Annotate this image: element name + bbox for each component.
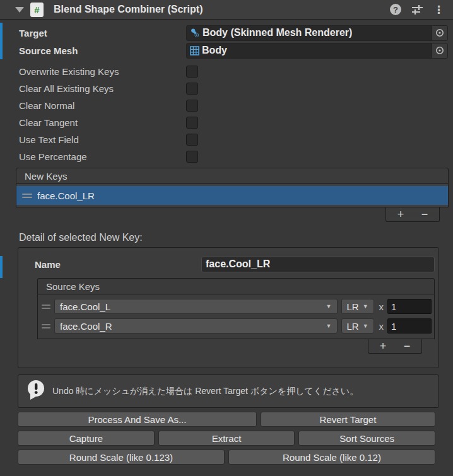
source-key-dropdown[interactable]: face.Cool_R ▼ — [54, 318, 338, 334]
detail-section-label: Detail of selected New Key: — [19, 232, 453, 243]
use-text-field-checkbox[interactable] — [186, 134, 198, 146]
capture-button[interactable]: Capture — [18, 431, 155, 446]
process-and-save-as-button[interactable]: Process And Save As... — [18, 412, 257, 427]
inspector-panel: # Blend Shape Combiner (Script) ? ⋮ Targ… — [0, 0, 453, 476]
new-keys-header: New Keys — [16, 168, 449, 184]
add-new-key-button[interactable]: + — [391, 209, 410, 220]
multiplier-label: x — [379, 321, 384, 332]
mode-value: LR — [347, 301, 359, 312]
foldout-arrow-icon[interactable] — [15, 7, 24, 13]
presets-icon[interactable] — [411, 4, 423, 15]
source-key-value: face.Cool_L — [60, 301, 110, 312]
round-scale-123-button[interactable]: Round Scale (like 0.123) — [18, 450, 225, 465]
checkbox-label: Clear All Existing Keys — [19, 83, 186, 94]
source-mesh-value: Body — [202, 45, 432, 56]
mode-dropdown[interactable]: LR ▼ — [341, 318, 374, 334]
help-icon[interactable]: ? — [390, 4, 401, 15]
skinned-mesh-renderer-icon — [190, 28, 200, 38]
source-mesh-object-field[interactable]: Body — [186, 43, 448, 59]
target-object-field[interactable]: Body (Skinned Mesh Renderer) — [186, 25, 448, 41]
component-title: Blend Shape Combiner (Script) — [54, 4, 390, 15]
source-keys-header: Source Keys — [37, 278, 435, 294]
target-label: Target — [19, 28, 186, 38]
chevron-down-icon: ▼ — [326, 303, 332, 310]
new-key-list-item[interactable]: face.Cool_LR — [16, 186, 448, 205]
source-key-value: face.Cool_R — [60, 321, 112, 332]
use-percentage-checkbox[interactable] — [186, 151, 198, 163]
source-key-row: face.Cool_R ▼ LR ▼ x 1 — [40, 318, 432, 334]
clear-normal-checkbox[interactable] — [186, 100, 198, 112]
help-text: Undo 時にメッシュが消えた場合は Revert Target ボタンを押して… — [52, 386, 358, 397]
object-picker-icon — [435, 46, 444, 55]
prefab-override-bar — [0, 23, 3, 59]
checkbox-label: Clear Normal — [19, 100, 186, 111]
drag-handle-icon[interactable] — [22, 194, 32, 198]
chevron-down-icon: ▼ — [363, 303, 368, 310]
source-key-dropdown[interactable]: face.Cool_L ▼ — [54, 299, 338, 314]
overwrite-existing-keys-checkbox[interactable] — [186, 66, 198, 78]
chevron-down-icon: ▼ — [363, 323, 368, 329]
mode-dropdown[interactable]: LR ▼ — [341, 299, 374, 314]
object-picker-icon — [435, 28, 444, 37]
target-value: Body (Skinned Mesh Renderer) — [203, 27, 432, 38]
round-scale-12-button[interactable]: Round Scale (like 0.12) — [228, 450, 435, 465]
script-icon: # — [30, 3, 44, 17]
new-keys-list: New Keys face.Cool_LR + − — [16, 168, 449, 222]
target-object-picker-button[interactable] — [432, 26, 447, 40]
drag-handle-icon[interactable] — [42, 305, 50, 309]
drag-handle-icon[interactable] — [42, 324, 50, 328]
checkbox-label: Use Percentage — [19, 151, 186, 162]
multiplier-input[interactable]: 1 — [387, 318, 432, 334]
name-input[interactable]: face.Cool_LR — [201, 257, 435, 272]
remove-new-key-button[interactable]: − — [415, 209, 434, 220]
new-key-item-label: face.Cool_LR — [37, 190, 95, 201]
multiplier-label: x — [379, 301, 384, 312]
mesh-icon — [190, 46, 199, 55]
detail-box: Name face.Cool_LR Source Keys face.Cool_… — [18, 247, 439, 368]
help-box: Undo 時にメッシュが消えた場合は Revert Target ボタンを押して… — [18, 374, 439, 408]
name-label: Name — [35, 259, 201, 270]
extract-button[interactable]: Extract — [158, 431, 295, 446]
clear-all-existing-keys-checkbox[interactable] — [186, 83, 198, 95]
add-source-key-button[interactable]: + — [374, 340, 392, 352]
source-key-row: face.Cool_L ▼ LR ▼ x 1 — [40, 298, 432, 315]
checkbox-label: Overwrite Existing Keys — [19, 66, 186, 77]
source-mesh-object-picker-button[interactable] — [432, 44, 447, 58]
sort-sources-button[interactable]: Sort Sources — [298, 431, 435, 446]
clear-tangent-checkbox[interactable] — [186, 117, 198, 129]
source-mesh-label: Source Mesh — [19, 45, 186, 56]
component-header: # Blend Shape Combiner (Script) ? ⋮ — [0, 0, 453, 20]
remove-source-key-button[interactable]: − — [397, 340, 416, 352]
kebab-menu-icon[interactable]: ⋮ — [433, 4, 444, 15]
mode-value: LR — [347, 321, 359, 332]
source-keys-list: Source Keys face.Cool_L ▼ LR ▼ x 1 — [37, 278, 435, 354]
chevron-down-icon: ▼ — [326, 323, 332, 329]
revert-target-button[interactable]: Revert Target — [261, 412, 435, 427]
prefab-override-bar — [0, 256, 3, 278]
checkbox-label: Use Text Field — [19, 134, 186, 145]
multiplier-input[interactable]: 1 — [387, 299, 432, 314]
checkbox-label: Clear Tangent — [19, 117, 186, 128]
info-bubble-icon — [26, 380, 46, 403]
